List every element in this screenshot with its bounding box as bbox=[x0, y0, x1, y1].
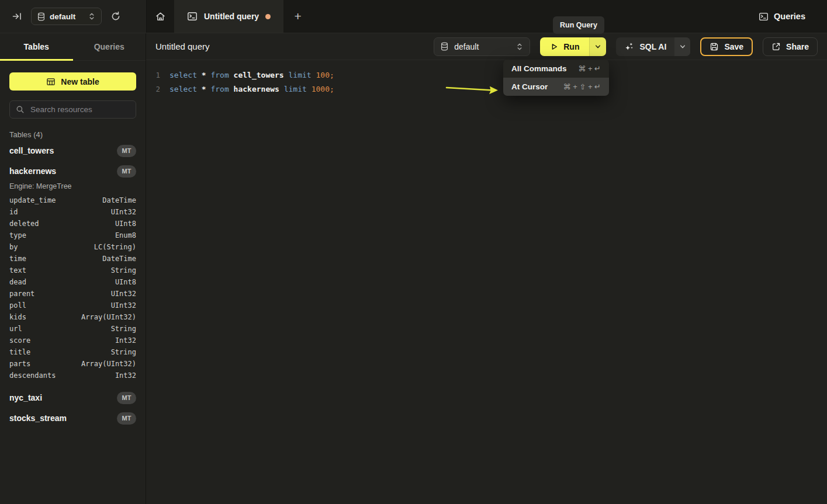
column-type: LC(String) bbox=[94, 243, 136, 251]
column-type: UInt32 bbox=[111, 290, 136, 298]
column-type: UInt8 bbox=[115, 220, 136, 228]
table-row-nyc-taxi[interactable]: nyc_taxi MT bbox=[9, 389, 136, 406]
column-type: String bbox=[111, 325, 136, 333]
run-button[interactable]: Run bbox=[540, 37, 589, 56]
line-number: 2 bbox=[146, 85, 160, 93]
engine-detail: Engine: MergeTree bbox=[9, 180, 136, 193]
search-box[interactable] bbox=[9, 100, 136, 119]
new-tab-button[interactable]: + bbox=[283, 0, 312, 33]
hackernews-columns: update_timeDateTimeidUInt32deletedUInt8t… bbox=[9, 193, 136, 386]
column-type: Enum8 bbox=[115, 231, 136, 239]
new-table-label: New table bbox=[61, 77, 99, 86]
table-name: hackernews bbox=[9, 166, 56, 176]
sidebar-tab-queries[interactable]: Queries bbox=[73, 33, 146, 60]
column-name: by bbox=[9, 243, 18, 251]
table-row-stocks-stream[interactable]: stocks_stream MT bbox=[9, 409, 136, 427]
line-number: 1 bbox=[146, 71, 160, 79]
column-name: time bbox=[9, 255, 26, 263]
app-window: default bbox=[0, 0, 827, 504]
column-name: text bbox=[9, 266, 26, 274]
table-name: cell_towers bbox=[9, 146, 54, 155]
play-icon bbox=[550, 43, 558, 51]
column-type: DateTime bbox=[102, 255, 136, 263]
chevron-updown-icon bbox=[516, 43, 523, 51]
menu-item-all-commands[interactable]: All Commands ⌘ + ↵ bbox=[503, 60, 609, 78]
search-icon bbox=[16, 105, 25, 114]
column-type: DateTime bbox=[102, 196, 136, 204]
query-toolbar: Untitled query default bbox=[146, 33, 827, 60]
sql-ai-button[interactable]: SQL AI bbox=[616, 37, 674, 56]
column-type: Array(UInt32) bbox=[81, 313, 136, 321]
main-panel: Untitled query default bbox=[146, 33, 827, 504]
sql-ai-label: SQL AI bbox=[639, 42, 666, 51]
table-row-cell-towers[interactable]: cell_towers MT bbox=[9, 142, 136, 159]
menu-item-at-cursor[interactable]: At Cursor ⌘ + ⇧ + ↵ bbox=[503, 78, 609, 96]
column-name: deleted bbox=[9, 220, 39, 228]
engine-badge: MT bbox=[117, 165, 136, 178]
search-input[interactable] bbox=[29, 105, 130, 114]
save-label: Save bbox=[724, 42, 743, 51]
table-grid-icon bbox=[46, 77, 56, 86]
database-icon bbox=[441, 42, 448, 51]
tab-strip: Untitled query + Queries bbox=[146, 0, 827, 33]
topbar-database-select[interactable]: default bbox=[31, 8, 102, 25]
chevron-down-icon bbox=[679, 43, 686, 50]
refresh-icon[interactable] bbox=[110, 11, 121, 22]
code-line[interactable]: 2select * from hackernews limit 1000; bbox=[146, 82, 827, 96]
sql-editor[interactable]: 1select * from cell_towers limit 100;2se… bbox=[146, 60, 827, 504]
home-icon bbox=[155, 11, 166, 22]
toolbar-database-select[interactable]: default bbox=[434, 37, 530, 56]
column-name: score bbox=[9, 336, 30, 345]
tables-section-label: Tables (4) bbox=[9, 130, 136, 139]
unsaved-changes-dot bbox=[265, 14, 271, 19]
share-button[interactable]: Share bbox=[763, 37, 818, 56]
sidebar-tabs: Tables Queries bbox=[0, 33, 146, 61]
column-row: pollUInt32 bbox=[9, 300, 136, 311]
column-type: UInt32 bbox=[111, 301, 136, 310]
run-split-button: Run bbox=[540, 37, 606, 56]
column-name: id bbox=[9, 208, 18, 216]
chevron-down-icon bbox=[594, 43, 601, 50]
column-type: String bbox=[111, 348, 136, 356]
column-name: url bbox=[9, 325, 22, 333]
column-row: urlString bbox=[9, 323, 136, 335]
menu-item-shortcut: ⌘ + ⇧ + ↵ bbox=[563, 82, 601, 91]
save-button[interactable]: Save bbox=[700, 37, 753, 56]
run-options-caret[interactable] bbox=[589, 37, 606, 56]
column-row: typeEnum8 bbox=[9, 230, 136, 241]
column-type: Array(UInt32) bbox=[81, 360, 136, 368]
tab-untitled-query[interactable]: Untitled query bbox=[174, 0, 283, 33]
engine-badge: MT bbox=[117, 145, 136, 157]
column-name: parent bbox=[9, 290, 34, 298]
column-name: update_time bbox=[9, 196, 56, 204]
menu-item-label: All Commands bbox=[511, 64, 567, 73]
database-icon bbox=[37, 12, 45, 21]
column-name: dead bbox=[9, 278, 26, 286]
column-row: partsArray(UInt32) bbox=[9, 358, 136, 370]
column-type: String bbox=[111, 266, 136, 274]
collapse-sidebar-icon[interactable] bbox=[12, 11, 22, 22]
table-name: stocks_stream bbox=[9, 413, 67, 423]
column-row: descendantsInt32 bbox=[9, 370, 136, 381]
column-type: Int32 bbox=[115, 371, 136, 380]
toolbar-database-value: default bbox=[454, 42, 510, 51]
new-table-button[interactable]: New table bbox=[9, 72, 136, 91]
code-line[interactable]: 1select * from cell_towers limit 100; bbox=[146, 68, 827, 82]
column-row: kidsArray(UInt32) bbox=[9, 311, 136, 323]
column-name: title bbox=[9, 348, 30, 356]
column-type: UInt32 bbox=[111, 208, 136, 216]
top-bar-left: default bbox=[0, 0, 146, 33]
code-text: select * from cell_towers limit 100; bbox=[169, 71, 334, 79]
sidebar-tab-tables[interactable]: Tables bbox=[0, 33, 73, 60]
code-lines: 1select * from cell_towers limit 100;2se… bbox=[146, 68, 827, 96]
topbar-database-value: default bbox=[50, 12, 75, 21]
queries-button[interactable]: Queries bbox=[752, 0, 827, 33]
column-name: descendants bbox=[9, 371, 56, 380]
column-row: deadUInt8 bbox=[9, 276, 136, 288]
code-text: select * from hackernews limit 1000; bbox=[169, 85, 334, 93]
sql-ai-options-caret[interactable] bbox=[674, 37, 690, 56]
chevron-updown-icon bbox=[88, 12, 95, 20]
menu-item-label: At Cursor bbox=[511, 82, 548, 91]
home-tab[interactable] bbox=[147, 0, 174, 33]
table-row-hackernews[interactable]: hackernews MT bbox=[9, 162, 136, 180]
